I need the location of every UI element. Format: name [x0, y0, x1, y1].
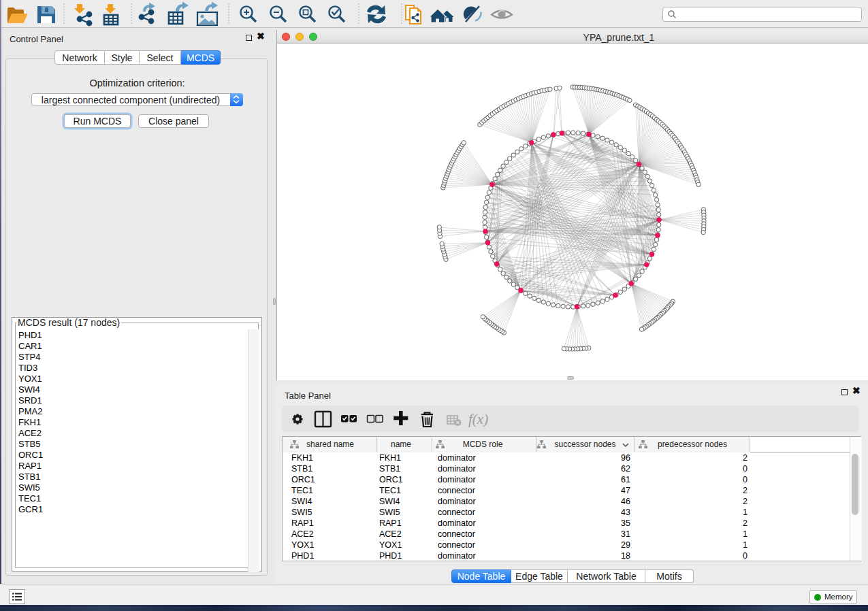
svg-text:f(x): f(x)	[468, 411, 488, 427]
